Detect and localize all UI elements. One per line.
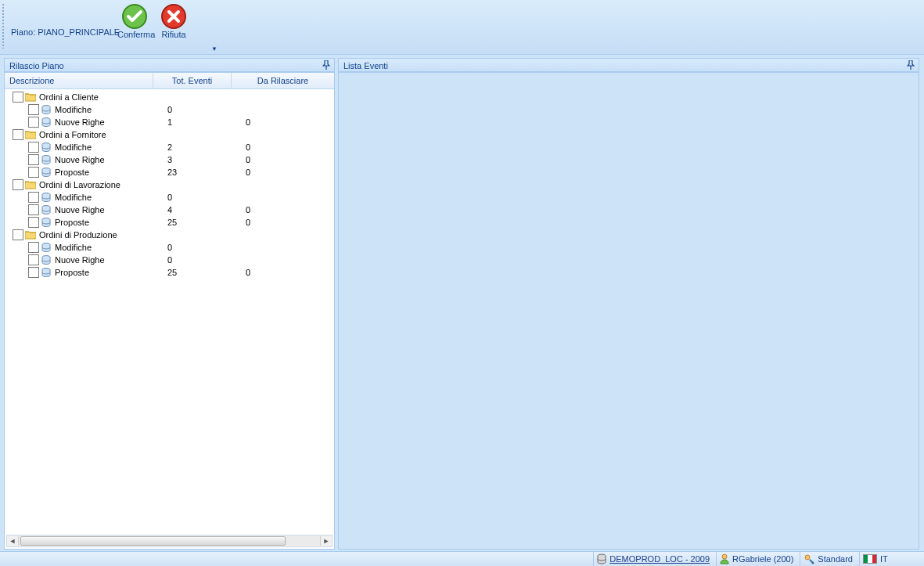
tree-group[interactable]: Ordini a Fornitore [5,128,334,141]
tree-item-tot: 0 [167,254,172,266]
tree-item-label: Modifiche [55,141,92,153]
scroll-right-arrow[interactable]: ► [321,535,332,546]
tree-item[interactable]: Nuove Righe10 [5,116,334,128]
toolbar-dropdown-arrow[interactable]: ▼ [211,45,218,52]
status-profile[interactable]: Standard [800,552,859,567]
database-icon [41,266,52,279]
checkbox[interactable] [28,254,39,265]
tree-item[interactable]: Nuove Righe40 [5,204,334,216]
tree-group[interactable]: Ordini di Produzione [5,229,334,241]
tree-group-label: Ordini di Lavorazione [39,178,120,191]
database-icon [41,116,52,128]
checkbox[interactable] [28,217,39,228]
tree-item-rel: 0 [246,216,250,229]
tree-item[interactable]: Modifiche0 [5,241,334,254]
reject-button[interactable]: Rifiuta [156,3,191,39]
left-panel-title: Rilascio Piano [4,58,335,72]
checkbox[interactable] [28,142,39,153]
checkbox[interactable] [28,242,39,253]
status-bar: DEMOPROD_LOC - 2009 RGabriele (200) Stan… [0,551,924,566]
svg-point-15 [805,555,810,560]
plan-label: Piano: PIANO_PRINCIPALE [11,27,120,37]
checkbox[interactable] [28,117,39,128]
tree-item-tot: 0 [167,191,172,204]
right-panel-body [338,72,919,550]
tree-item[interactable]: Modifiche0 [5,191,334,204]
checkbox[interactable] [13,229,23,240]
database-icon [41,216,52,229]
database-icon [41,141,52,153]
scroll-thumb[interactable] [20,536,286,546]
confirm-label: Conferma [117,30,152,39]
tree-group[interactable]: Ordini a Cliente [5,91,334,103]
toolbar: Piano: PIANO_PRINCIPALE Conferma Rifiuta… [0,0,924,55]
tree-item-label: Nuove Righe [55,204,105,216]
checkbox[interactable] [13,179,23,190]
col-header-tot-eventi[interactable]: Tot. Eventi [153,73,232,88]
checkbox[interactable] [28,204,39,215]
checkbox[interactable] [28,167,39,178]
flag-it-icon [863,554,877,564]
col-header-descrizione[interactable]: Descrizione [5,73,153,88]
left-panel-title-text: Rilascio Piano [9,61,64,70]
tree-item-tot: 25 [167,266,177,279]
checkbox[interactable] [28,267,39,278]
database-icon [41,254,52,266]
plan-label-text: Piano: PIANO_PRINCIPALE [11,27,120,37]
col-header-da-rilasciare[interactable]: Da Rilasciare [232,73,334,88]
status-database[interactable]: DEMOPROD_LOC - 2009 [593,552,716,567]
tree-item[interactable]: Modifiche20 [5,141,334,153]
tree-item[interactable]: Proposte250 [5,216,334,229]
database-icon [41,204,52,216]
tree-item-label: Nuove Righe [55,153,105,166]
database-icon [597,553,606,564]
tree-item-label: Nuove Righe [55,116,105,128]
tree-item-tot: 0 [167,103,172,116]
tree-grid-header: Descrizione Tot. Eventi Da Rilasciare [5,73,334,89]
tree-item-label: Modifiche [55,241,92,254]
scroll-track[interactable] [18,536,321,546]
tree-group[interactable]: Ordini di Lavorazione [5,178,334,191]
tree-item-label: Modifiche [55,191,92,204]
folder-icon [25,229,36,241]
scroll-left-arrow[interactable]: ◄ [7,535,18,546]
reject-label: Rifiuta [156,30,191,39]
database-icon [41,103,52,116]
status-database-text: DEMOPROD_LOC - 2009 [609,552,710,567]
tree-item[interactable]: Nuove Righe30 [5,153,334,166]
tree-item[interactable]: Nuove Righe0 [5,254,334,266]
toolbar-grip[interactable] [2,3,5,49]
tree-item-rel: 0 [246,266,250,279]
checkbox[interactable] [13,92,23,103]
status-user[interactable]: RGabriele (200) [716,552,800,567]
release-tree: Ordini a ClienteModifiche0Nuove Righe10O… [5,89,334,279]
right-panel-title: Lista Eventi [338,58,919,72]
x-circle-icon [160,3,187,30]
tree-item-label: Proposte [55,166,89,178]
database-icon [41,241,52,254]
database-icon [41,191,52,204]
horizontal-scrollbar[interactable]: ◄ ► [6,535,333,547]
folder-icon [25,91,36,103]
checkbox[interactable] [28,154,39,165]
checkbox[interactable] [13,129,23,140]
checkbox[interactable] [28,104,39,115]
tree-item-tot: 23 [167,166,177,178]
folder-icon [25,128,36,141]
tree-group-label: Ordini a Fornitore [39,128,106,141]
status-language[interactable]: IT [859,552,924,567]
tree-item-label: Proposte [55,216,89,229]
tree-item-tot: 0 [167,241,172,254]
confirm-button[interactable]: Conferma [117,3,152,39]
status-language-text: IT [880,552,888,567]
tree-item[interactable]: Proposte230 [5,166,334,178]
tree-item[interactable]: Proposte250 [5,266,334,279]
tree-group-label: Ordini di Produzione [39,229,117,241]
tree-item[interactable]: Modifiche0 [5,103,334,116]
checkbox[interactable] [28,192,39,203]
tree-item-rel: 0 [246,141,250,153]
tree-item-label: Proposte [55,266,89,279]
tree-item-rel: 0 [246,116,250,128]
tree-item-label: Nuove Righe [55,254,105,266]
tree-item-tot: 25 [167,216,177,229]
